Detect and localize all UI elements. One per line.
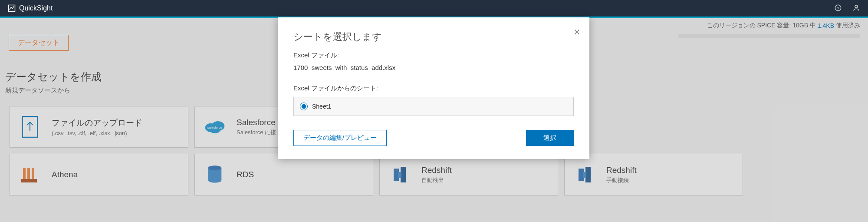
svg-text:?: ? bbox=[837, 5, 839, 10]
svg-point-3 bbox=[855, 5, 858, 8]
file-label: Excel ファイル: bbox=[293, 51, 574, 60]
sheet-option-label: Sheet1 bbox=[312, 103, 331, 110]
app-topbar: QuickSight ? bbox=[0, 0, 868, 17]
quicksight-logo-icon bbox=[8, 4, 16, 12]
brand: QuickSight bbox=[8, 4, 53, 12]
sheet-option-row[interactable]: Sheet1 bbox=[293, 97, 574, 116]
topbar-right: ? bbox=[834, 4, 860, 13]
brand-text: QuickSight bbox=[19, 4, 53, 12]
close-icon[interactable]: ✕ bbox=[573, 27, 581, 37]
help-icon[interactable]: ? bbox=[834, 4, 842, 13]
modal-title: シートを選択します bbox=[293, 30, 574, 43]
select-button[interactable]: 選択 bbox=[526, 130, 574, 146]
user-icon[interactable] bbox=[852, 4, 860, 13]
edit-preview-button[interactable]: データの編集/プレビュー bbox=[293, 130, 387, 146]
modal-actions: データの編集/プレビュー 選択 bbox=[293, 130, 574, 146]
sheet-radio[interactable] bbox=[300, 103, 308, 110]
sheet-label: Excel ファイルからのシート: bbox=[293, 84, 574, 93]
file-name: 1700_sweets_with_status_add.xlsx bbox=[293, 64, 574, 71]
select-sheet-modal: ✕ シートを選択します Excel ファイル: 1700_sweets_with… bbox=[278, 17, 589, 159]
